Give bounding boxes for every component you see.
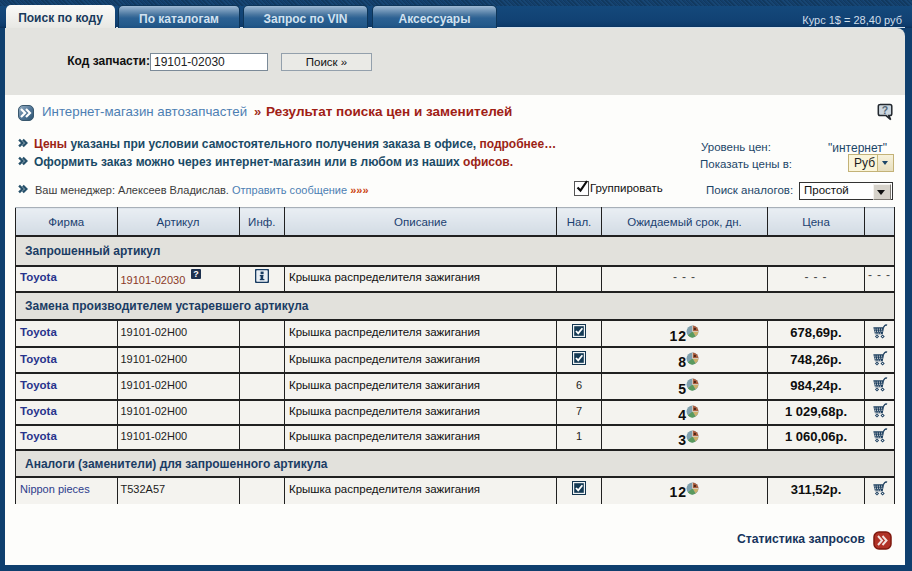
svg-text:?: ? [882,104,888,116]
svg-text:?: ? [194,269,200,279]
